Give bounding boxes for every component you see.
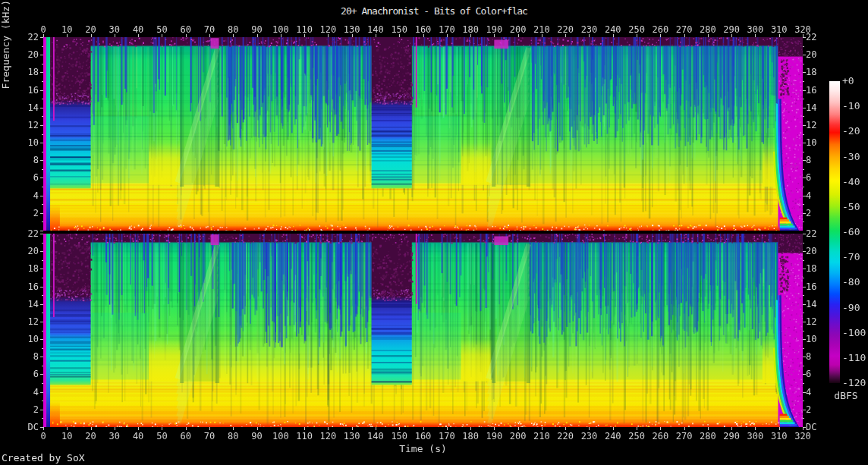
colorbar-tick-label: -30 [842,152,868,162]
colorbar-tick-label: +0 [842,76,868,86]
colorbar-tick-label: -120 [842,378,868,388]
colorbar-labels: +0-10-20-30-40-50-60-70-80-90-100-110-12… [0,0,868,465]
colorbar-tick-label: -100 [842,328,868,338]
colorbar-unit-label: dBFS [829,391,863,401]
colorbar-tick-label: -60 [842,227,868,237]
sox-credit: Created by SoX [2,453,85,463]
colorbar-tick-label: -40 [842,177,868,187]
colorbar-tick-label: -80 [842,277,868,287]
colorbar-tick-label: -20 [842,126,868,136]
colorbar-tick-label: -10 [842,101,868,111]
colorbar-tick-label: -90 [842,303,868,313]
sox-spectrogram-window: { "title": "20+ Anachronist - Bits of Co… [0,0,868,465]
colorbar-tick-label: -50 [842,202,868,212]
colorbar-tick-label: -110 [842,353,868,363]
colorbar-tick-label: -70 [842,252,868,262]
